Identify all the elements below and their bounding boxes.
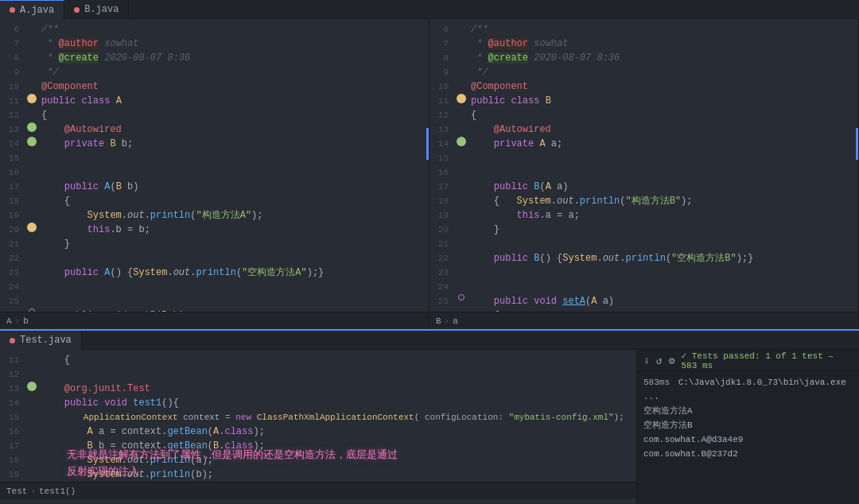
tab-test-java[interactable]: Test.java xyxy=(0,331,82,350)
code-line: 10 @Component xyxy=(0,79,429,94)
code-line: 14 private A a; xyxy=(430,137,858,151)
bottom-content: 11 { 12 13 @org.junit.Test xyxy=(0,350,859,504)
breadcrumb-a-root: A xyxy=(6,316,12,326)
tab-a-java[interactable]: A.java xyxy=(0,0,64,19)
breadcrumb-b-item: a xyxy=(453,316,458,326)
scroll-bar-a[interactable] xyxy=(426,128,429,160)
run-panel: ⇩ ↺ ⚙ ✓ Tests passed: 1 of 1 test – 583 … xyxy=(636,350,859,504)
code-line: 19 System.out.println(b); xyxy=(0,467,636,482)
gutter-icon-run[interactable] xyxy=(27,137,37,146)
code-line: 17 B b = context.getBean(B.class); xyxy=(0,439,636,453)
run-line-1: 空构造方法A xyxy=(643,404,853,418)
run-line-4: com.sowhat.B@237d2 xyxy=(643,447,853,461)
code-line: 8 * @create 2020-08-07 8:36 xyxy=(0,51,429,65)
code-line: 12 { xyxy=(0,108,429,122)
code-line: 16 A a = context.getBean(A.class); xyxy=(0,425,636,439)
code-line: 12 { xyxy=(430,108,858,122)
code-line: 19 this.a = a; xyxy=(430,208,858,223)
code-line: 7 * @author sowhat xyxy=(0,37,429,51)
run-line-3: com.sowhat.A@d3a4e9 xyxy=(643,432,853,447)
code-line: 22 public B() {System.out.println("空构造方法… xyxy=(430,251,858,266)
code-line: 15 ApplicationContext context = new Clas… xyxy=(0,410,636,425)
scroll-bar-b[interactable] xyxy=(856,128,858,160)
run-output: 583ms C:\Java\jdk1.8.0_73\bin\java.exe .… xyxy=(637,372,859,504)
code-line: 14 private B b; xyxy=(0,137,429,151)
code-line: 15 xyxy=(430,151,858,165)
code-line: 6 /** xyxy=(430,22,858,37)
code-line: 21 xyxy=(430,237,858,251)
editor-split: 6 /** 7 * @author sowhat 8 * @create 202… xyxy=(0,19,859,329)
tab-a-label: A.java xyxy=(20,5,54,16)
code-line: 25 public void setA(A a) xyxy=(430,294,858,308)
gutter-icon[interactable] xyxy=(27,223,37,232)
code-line: 14 public void test1(){ xyxy=(0,396,636,410)
test-tab-label: Test.java xyxy=(20,335,72,346)
code-line: 10 @Component xyxy=(430,79,858,94)
bottom-panel: Test.java 11 { 12 13 xyxy=(0,329,859,504)
back-icon[interactable]: ⇩ xyxy=(643,355,650,367)
code-line: 24 xyxy=(0,280,429,294)
breadcrumb-a-item: b xyxy=(23,316,29,326)
test-status: ✓ Tests passed: 1 of 1 test – 583 ms xyxy=(681,351,853,370)
gutter-icon-b[interactable] xyxy=(457,94,466,103)
editor-pane-a: 6 /** 7 * @author sowhat 8 * @create 202… xyxy=(0,19,430,329)
code-line-public-class-a: 11 public class A xyxy=(0,94,429,108)
code-line: 9 */ xyxy=(0,65,429,79)
code-line: 8 * @create 2020-08-07 8:36 xyxy=(430,51,858,65)
tab-dot-a xyxy=(10,7,15,13)
code-line: 12 xyxy=(0,367,636,382)
code-area-b[interactable]: 6 /** 7 * @author sowhat 8 * @create 202… xyxy=(430,19,858,312)
code-line: 23 xyxy=(430,266,858,280)
code-line: 15 xyxy=(0,151,429,165)
code-line: 16 xyxy=(0,165,429,180)
breadcrumb-b: B › a xyxy=(430,312,858,329)
gutter-run-test[interactable] xyxy=(27,382,37,391)
code-line: 9 */ xyxy=(430,65,858,79)
code-line: 23 public A() {System.out.println("空构造方法… xyxy=(0,266,429,280)
run-line-2: 空构造方法B xyxy=(643,418,853,432)
breadcrumb-test-root: Test xyxy=(6,487,27,496)
settings-icon[interactable]: ⚙ xyxy=(669,355,675,367)
run-line-time: 583ms C:\Java\jdk1.8.0_73\bin\java.exe .… xyxy=(643,375,853,404)
code-line: 20 this.b = b; xyxy=(0,223,429,237)
code-line: 26 public void setB(B b) xyxy=(0,308,429,312)
code-line: 20 } xyxy=(430,223,858,237)
code-line: 18 { System.out.println("构造方法B"); xyxy=(430,194,858,208)
tab-b-label: B.java xyxy=(84,4,119,15)
gutter-icon-run[interactable] xyxy=(27,122,37,132)
code-line: 13 @Autowired xyxy=(0,122,429,137)
code-area-a[interactable]: 6 /** 7 * @author sowhat 8 * @create 202… xyxy=(0,19,429,312)
gutter-icon-run-b[interactable] xyxy=(457,137,466,146)
test-tab-dot xyxy=(10,338,15,343)
code-line: 6 /** xyxy=(0,22,429,37)
breadcrumb-test-item: test1() xyxy=(39,487,76,496)
code-line: 17 public B(A a) xyxy=(430,180,858,194)
code-line: 22 xyxy=(0,251,429,266)
code-line: 16 xyxy=(430,165,858,180)
code-line: 17 public A(B b) xyxy=(0,180,429,194)
code-line: 21 } xyxy=(0,237,429,251)
tab-dot-b xyxy=(74,7,80,13)
code-line: 24 xyxy=(430,280,858,294)
code-line: 26 { xyxy=(430,308,858,312)
code-line: 19 System.out.println("构造方法A"); xyxy=(0,208,429,223)
top-tab-bar: A.java B.java xyxy=(0,0,859,19)
gutter-icon-circle-b[interactable] xyxy=(458,294,464,300)
test-code-area[interactable]: 11 { 12 13 @org.junit.Test xyxy=(0,350,636,504)
run-toolbar: ⇩ ↺ ⚙ ✓ Tests passed: 1 of 1 test – 583 … xyxy=(637,350,859,372)
code-line-public-class-b: 11 public class B xyxy=(430,94,858,108)
bottom-tab-bar: Test.java xyxy=(0,331,859,350)
code-line: 13 @org.junit.Test xyxy=(0,382,636,396)
code-line: 18 System.out.println(a); xyxy=(0,453,636,467)
gutter-icon-circle[interactable] xyxy=(29,308,35,312)
code-line: 25 xyxy=(0,294,429,308)
breadcrumb-test: Test › test1() xyxy=(0,482,636,499)
code-line: 13 @Autowired xyxy=(430,122,858,137)
tab-b-java[interactable]: B.java xyxy=(64,0,129,19)
gutter-icon-breakpoint[interactable] xyxy=(27,94,37,103)
code-line: 18 { xyxy=(0,194,429,208)
breadcrumb-b-root: B xyxy=(436,316,441,326)
rerun-icon[interactable]: ↺ xyxy=(656,355,663,367)
code-line: 11 { xyxy=(0,353,636,367)
breadcrumb-a: A › b xyxy=(0,312,429,329)
